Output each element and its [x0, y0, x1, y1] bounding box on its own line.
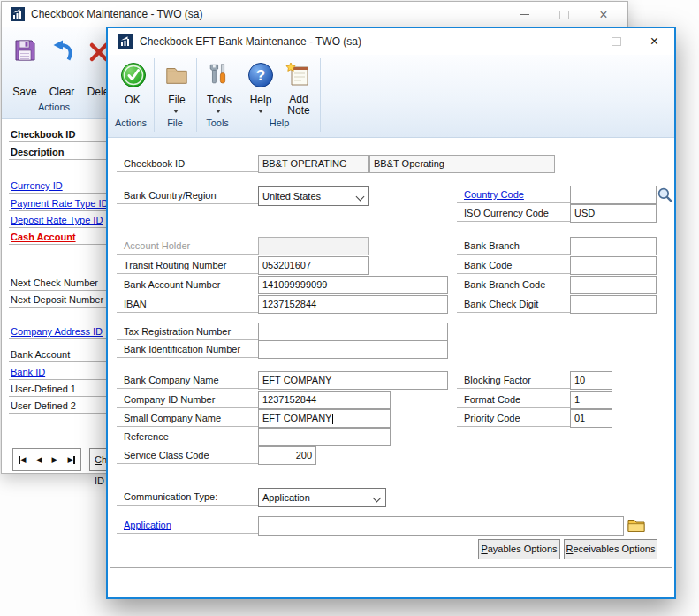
app-icon: [118, 34, 133, 49]
transit-routing-number-field[interactable]: 053201607: [258, 256, 369, 275]
bank-code-label: Bank Code: [457, 257, 570, 274]
file-dropdown-icon[interactable]: [173, 110, 179, 113]
save-icon[interactable]: [12, 38, 37, 66]
payables-options-button[interactable]: Payables Options: [478, 539, 560, 559]
tools-button[interactable]: Tools: [200, 94, 239, 106]
bank-branch-field[interactable]: [570, 237, 657, 255]
bank-code-field[interactable]: [570, 256, 657, 275]
iban-field[interactable]: 1237152844: [258, 295, 448, 314]
first-record-icon: [19, 456, 20, 464]
chevron-down-icon: [356, 193, 365, 202]
maximize-icon: [559, 11, 569, 19]
sidebar-item-bank-account: Bank Account: [9, 347, 107, 362]
sidebar-item-checkbook-id: Checkbook ID: [9, 127, 107, 142]
browse-folder-icon[interactable]: [627, 518, 645, 536]
sidebar-item-cash-account[interactable]: Cash Account: [9, 230, 107, 245]
bank-check-digit-field[interactable]: [570, 295, 657, 314]
sidebar-item-user-defined-2: User-Defined 2: [9, 399, 107, 414]
record-navigation: ◀ ◀ ▶ ▶: [12, 448, 81, 471]
sidebar-item-next-deposit-number: Next Deposit Number: [9, 293, 107, 308]
tax-registration-number-label: Tax Registration Number: [117, 323, 258, 340]
blocking-factor-label: Blocking Factor: [457, 372, 570, 389]
communication-type-select[interactable]: Application: [258, 488, 386, 507]
transit-routing-number-label: Transit Routing Number: [117, 257, 258, 274]
next-record-button[interactable]: ▶: [52, 455, 58, 464]
clear-button[interactable]: Clear: [42, 86, 81, 98]
clear-icon[interactable]: [49, 38, 74, 66]
bank-branch-code-field[interactable]: [570, 276, 657, 294]
file-icon[interactable]: [164, 63, 189, 91]
last-record-icon: [73, 456, 75, 464]
iso-currency-code-field[interactable]: USD: [570, 204, 657, 223]
help-button[interactable]: Help: [242, 94, 279, 106]
bank-company-name-label: Bank Company Name: [117, 372, 258, 389]
sidebar-item-deposit-rate-type-id[interactable]: Deposit Rate Type ID: [9, 213, 107, 228]
fg-minimize-button[interactable]: [560, 28, 597, 55]
fg-close-button[interactable]: ×: [634, 28, 674, 55]
minimize-icon: [574, 42, 583, 42]
help-icon[interactable]: ?: [247, 62, 274, 92]
close-icon: ×: [599, 8, 607, 22]
format-code-field[interactable]: 1: [570, 391, 612, 409]
sidebar-item-next-check-number: Next Check Number: [9, 276, 107, 291]
add-note-button[interactable]: Add Note: [279, 94, 318, 117]
sidebar-item-company-address-id[interactable]: Company Address ID: [9, 324, 107, 339]
tools-dropdown-icon[interactable]: [216, 110, 221, 113]
checkbook-id-code-field[interactable]: BB&T OPERATING: [258, 155, 369, 173]
iban-label: IBAN: [117, 296, 258, 313]
bank-branch-label: Bank Branch: [457, 238, 570, 255]
receivables-options-button[interactable]: Receivables Options: [564, 539, 657, 559]
bg-minimize-button[interactable]: [505, 2, 544, 27]
communication-type-label: Communication Type:: [117, 489, 258, 506]
bank-country-select[interactable]: United States: [258, 186, 369, 206]
save-button[interactable]: Save: [5, 86, 44, 98]
actions-group-label: Actions: [108, 118, 154, 128]
checkbook-id-label: Checkbook ID: [117, 156, 258, 172]
blocking-factor-field[interactable]: 10: [570, 371, 612, 390]
sidebar-item-bank-id[interactable]: Bank ID: [9, 365, 107, 380]
bank-country-label: Bank Country/Region: [117, 187, 258, 204]
iso-currency-code-label: ISO Currency Code: [457, 205, 570, 222]
service-class-code-field[interactable]: 200: [258, 446, 316, 465]
priority-code-field[interactable]: 01: [570, 409, 612, 428]
svg-text:?: ?: [256, 67, 265, 84]
checkbook-id-name-field[interactable]: BB&T Operating: [369, 155, 555, 173]
app-icon: [11, 7, 25, 21]
last-record-button[interactable]: ▶: [68, 455, 76, 464]
service-class-code-label: Service Class Code: [117, 447, 258, 464]
first-record-button[interactable]: ◀: [19, 455, 27, 464]
bank-identification-number-field[interactable]: [258, 340, 448, 359]
bank-identification-number-label: Bank Identification Number: [117, 341, 258, 358]
tax-registration-number-field[interactable]: [258, 323, 448, 341]
tools-icon[interactable]: [207, 62, 232, 90]
add-note-icon[interactable]: [285, 62, 311, 92]
status-divider: [110, 567, 672, 568]
screen: Checkbook Maintenance - TWO (sa) × Save …: [0, 0, 699, 616]
ok-icon[interactable]: [120, 62, 147, 92]
country-code-lookup-icon[interactable]: [657, 186, 673, 207]
company-id-number-field[interactable]: 1237152844: [258, 391, 391, 409]
application-field[interactable]: [258, 516, 624, 536]
help-dropdown-icon[interactable]: [258, 110, 263, 113]
file-button[interactable]: File: [157, 94, 196, 106]
bg-maximize-button[interactable]: [544, 2, 583, 27]
fg-maximize-button[interactable]: [597, 28, 634, 55]
previous-record-button[interactable]: ◀: [36, 455, 42, 464]
minimize-icon: [520, 14, 529, 15]
country-code-field[interactable]: [570, 186, 657, 204]
bank-account-number-field[interactable]: 141099999099: [258, 276, 448, 294]
ok-button[interactable]: OK: [110, 94, 156, 106]
reference-field[interactable]: [258, 428, 391, 446]
bank-company-name-field[interactable]: EFT COMPANY: [258, 371, 448, 390]
small-company-name-field[interactable]: EFT COMPANY: [258, 409, 391, 428]
group-separator: [320, 58, 321, 132]
fg-titlebar[interactable]: Checkbook EFT Bank Maintenance - TWO (sa…: [108, 28, 674, 55]
account-holder-field: [258, 237, 369, 255]
bg-close-button[interactable]: ×: [583, 2, 624, 27]
country-code-label: Country Code: [457, 186, 570, 203]
sidebar-item-currency-id[interactable]: Currency ID: [9, 179, 107, 194]
bg-titlebar[interactable]: Checkbook Maintenance - TWO (sa) ×: [2, 2, 627, 27]
help-group-label: Help: [239, 118, 320, 128]
fg-toolbar: OK File Tools ? Help Add Note: [108, 55, 674, 138]
sidebar-item-payment-rate-type-id[interactable]: Payment Rate Type ID: [9, 196, 107, 211]
